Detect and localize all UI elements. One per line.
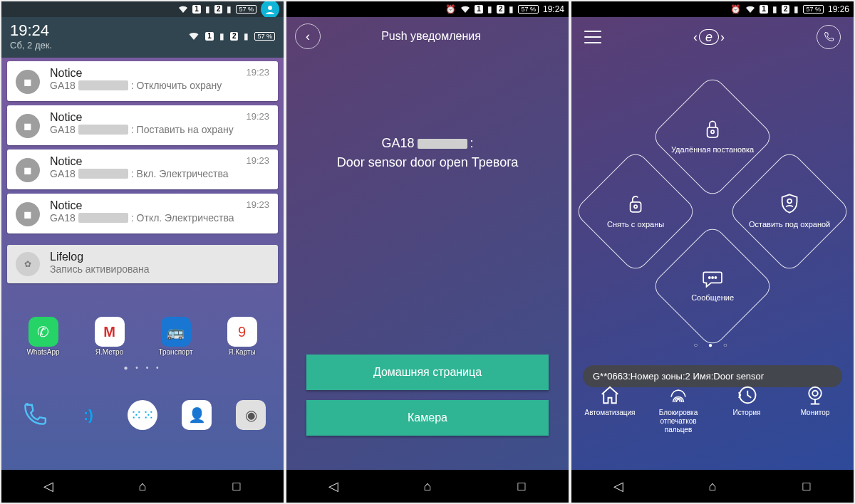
app-label: WhatsApp	[26, 348, 59, 356]
sms-icon: :)	[73, 400, 103, 430]
wifi-icon	[178, 5, 188, 14]
lifelog-icon: ✿	[16, 252, 40, 276]
notification-text: GA18: Откл. Электричества	[50, 212, 269, 224]
signal-icon: ▮	[244, 31, 249, 41]
push-screen: ‹ Push уведомления GA18: Door sensor doo…	[286, 17, 569, 470]
back-button[interactable]: ◁	[594, 478, 643, 494]
house-icon	[599, 384, 621, 406]
dock-contacts[interactable]: 👤	[177, 400, 217, 430]
wifi-icon	[460, 5, 470, 14]
status-bar: 1 ▮ 2 ▮ 57 %	[1, 1, 284, 17]
app-maps[interactable]: 9 Я.Карты	[222, 317, 262, 356]
page-indicator: ○ ● ○	[571, 341, 854, 349]
diamond-label: Удалённая постановка	[671, 145, 754, 155]
app-whatsapp[interactable]: ✆ WhatsApp	[24, 317, 63, 356]
recents-button[interactable]: □	[497, 479, 546, 494]
notification-item[interactable]: ◼ Notice 19:23 GA18: Поставить на охрану	[7, 105, 278, 145]
tab-history[interactable]: История	[715, 384, 779, 417]
stay-arm-button[interactable]: Оставить под охраной	[727, 149, 851, 273]
whatsapp-icon: ✆	[28, 317, 58, 347]
app-icon: ◼	[16, 70, 40, 94]
logo-icon: ‹e›	[693, 29, 725, 45]
app-icon: ◼	[16, 114, 40, 138]
home-button[interactable]: ⌂	[688, 479, 737, 494]
message-button[interactable]: Сообщение	[650, 224, 774, 348]
call-button[interactable]	[817, 25, 841, 49]
notification-item[interactable]: ◼ Notice 19:23 GA18: Вкл. Электричества	[7, 149, 278, 189]
recents-button[interactable]: □	[212, 479, 261, 494]
notification-text: GA18: Отключить охрану	[50, 80, 269, 91]
status-time: 19:24	[543, 4, 564, 14]
profile-icon[interactable]	[261, 1, 279, 19]
svg-point-11	[812, 391, 818, 397]
maps-icon: 9	[227, 317, 257, 347]
battery-icon: 57 %	[254, 32, 275, 41]
control-screen: ‹e› Удалённая постановка	[571, 17, 854, 470]
notification-title: Notice	[50, 155, 82, 168]
tab-fingerprint[interactable]: Блокировка отпечатков пальцев	[646, 384, 710, 434]
svg-point-6	[709, 277, 710, 278]
shield-person-icon	[779, 193, 799, 214]
app-label: Я.Карты	[228, 348, 256, 356]
chat-icon	[702, 269, 723, 288]
fingerprint-icon	[668, 384, 689, 406]
notification-title: Lifelog	[50, 251, 269, 263]
sim-1-icon: 1	[205, 32, 214, 41]
battery-icon: 57 %	[236, 5, 256, 14]
signal-icon: ▮	[205, 4, 210, 14]
menu-button[interactable]	[584, 31, 601, 43]
lock-closed-icon	[703, 118, 722, 140]
home-page-button[interactable]: Домашняя страница	[306, 355, 549, 390]
notification-time: 19:23	[246, 67, 269, 80]
back-button[interactable]: ◁	[24, 478, 73, 494]
back-button[interactable]: ◁	[309, 478, 358, 494]
alarm-icon: ⏰	[730, 4, 741, 14]
home-screen: 19:24 Сб, 2 дек. 1 ▮ 2 ▮ 57 % LIVЯDЛÄÐA …	[1, 17, 284, 470]
tab-automation[interactable]: Автоматизация	[578, 384, 642, 417]
dock-messages[interactable]: :)	[68, 400, 108, 430]
sim-1-icon: 1	[475, 5, 483, 14]
redacted	[78, 80, 128, 90]
dock-camera[interactable]: ◉	[231, 400, 271, 430]
nav-bar: ◁ ⌂ □	[571, 470, 854, 503]
notification-item-lifelog[interactable]: ✿ Lifelog Запись активирована	[7, 245, 278, 283]
battery-icon: 57 %	[803, 5, 824, 14]
history-icon	[736, 384, 757, 406]
notification-text: GA18: Поставить на охрану	[50, 124, 269, 135]
notification-text: GA18: Вкл. Электричества	[50, 168, 269, 179]
app-metro[interactable]: M Я.Метро	[90, 317, 130, 356]
screen-header: ‹ Push уведомления	[286, 17, 569, 56]
sim-2-icon: 2	[214, 5, 223, 14]
home-button[interactable]: ⌂	[118, 479, 167, 494]
tab-label: Монитор	[801, 409, 830, 417]
svg-rect-3	[631, 202, 641, 212]
nav-bar: ◁ ⌂ □	[1, 470, 284, 503]
dock-phone[interactable]	[14, 400, 54, 430]
shade-date: Сб, 2 дек.	[10, 40, 52, 51]
bottom-tabs: Автоматизация Блокировка отпечатков паль…	[571, 379, 854, 437]
dock-apps[interactable]: ⁙⁙	[123, 400, 162, 430]
camera-button[interactable]: Камера	[306, 400, 549, 436]
disarm-button[interactable]: Снять с охраны	[573, 149, 698, 273]
webcam-icon	[804, 384, 826, 406]
recents-button[interactable]: □	[782, 479, 831, 494]
phone-1: 1 ▮ 2 ▮ 57 % 19:24 Сб, 2 дек. 1 ▮ 2 ▮ 57…	[1, 1, 284, 503]
signal-icon: ▮	[487, 4, 492, 14]
notification-item[interactable]: ◼ Notice 19:23 GA18: Откл. Электричества	[7, 194, 278, 233]
app-transport[interactable]: 🚌 Транспорт	[156, 317, 196, 356]
sim-2-icon: 2	[782, 5, 790, 14]
alarm-icon: ⏰	[445, 4, 456, 14]
status-time: 19:26	[828, 4, 849, 14]
notification-item[interactable]: ◼ Notice 19:23 GA18: Отключить охрану	[7, 61, 278, 101]
tab-label: История	[733, 409, 761, 417]
notification-title: Notice	[50, 67, 82, 80]
svg-point-8	[715, 277, 716, 278]
shade-time: 19:24	[10, 21, 52, 40]
push-message: GA18: Door sensor door open Тревога	[286, 134, 569, 172]
screen-title: Push уведомления	[302, 30, 560, 43]
remote-arm-button[interactable]: Удалённая постановка	[650, 74, 774, 199]
tab-monitor[interactable]: Монитор	[783, 384, 847, 417]
app-row: ✆ WhatsApp M Я.Метро 🚌 Транспорт 9 Я.Кар…	[1, 317, 284, 356]
signal-icon: ▮	[772, 4, 777, 14]
home-button[interactable]: ⌂	[403, 479, 452, 494]
